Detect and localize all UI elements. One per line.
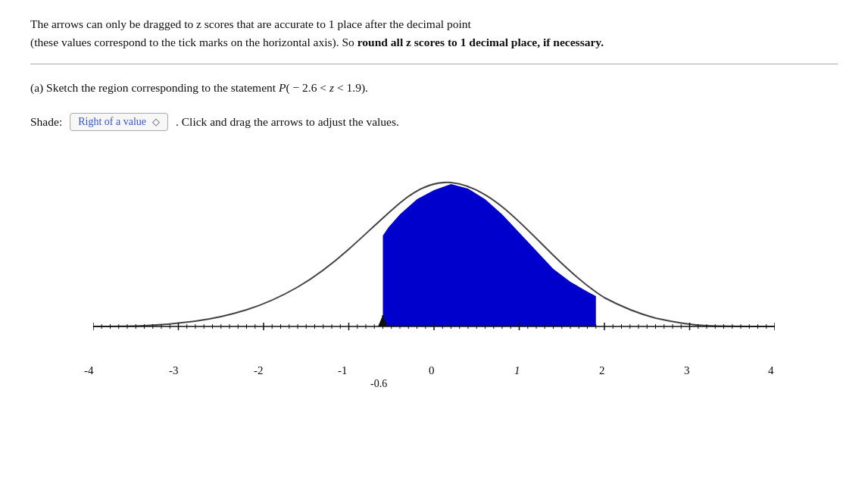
intro-bold: round all z scores to 1 decimal place, i…: [358, 36, 604, 48]
arrow-value-label: -0.6: [370, 378, 387, 390]
axis-label-4: 4: [768, 364, 774, 377]
part-a-label: (a) Sketch the region corresponding to t…: [30, 81, 279, 94]
shade-row: Shade: Right of a value ◇ . Click and dr…: [30, 113, 838, 131]
divider: [30, 64, 838, 64]
graph-wrapper: // Generated via SVG path — inline using…: [30, 152, 838, 364]
intro-text-2: (these values correspond to the tick mar…: [30, 36, 358, 48]
graph-area: // Generated via SVG path — inline using…: [93, 152, 775, 364]
axis-label-1: 1: [514, 364, 520, 377]
axis-label-2: 2: [599, 364, 605, 377]
axis-label-neg3: -3: [169, 364, 179, 377]
dropdown-icon: ◇: [152, 116, 160, 128]
shade-label: Shade:: [30, 115, 62, 129]
click-drag-text: . Click and drag the arrows to adjust th…: [176, 115, 399, 129]
shade-select-value: Right of a value: [78, 116, 146, 128]
part-a-text: (a) Sketch the region corresponding to t…: [30, 81, 838, 95]
axis-label-neg1: -1: [338, 364, 348, 377]
shaded-region: [383, 184, 596, 326]
axis-label-neg4: -4: [84, 364, 94, 377]
axis-label-3: 3: [684, 364, 690, 377]
intro-paragraph: The arrows can only be dragged to z scor…: [30, 15, 838, 52]
normal-curve-svg: // Generated via SVG path — inline using…: [93, 152, 775, 364]
shade-select-dropdown[interactable]: Right of a value ◇: [70, 113, 168, 131]
intro-text-1: The arrows can only be dragged to z scor…: [30, 17, 471, 30]
axis-label-neg2: -2: [254, 364, 264, 377]
axis-label-0: 0: [429, 364, 435, 377]
part-a-equation: P( − 2.6 < z < 1.9).: [279, 81, 368, 94]
